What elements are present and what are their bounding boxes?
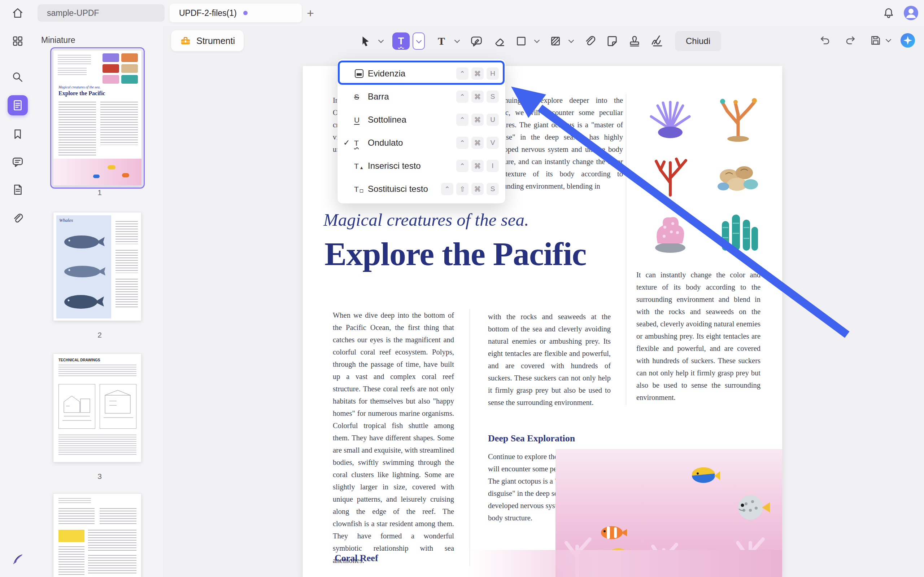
shortcut-keys: ⌃ ⌘ V (456, 137, 499, 149)
save-button[interactable] (867, 32, 884, 49)
replace-text-icon: T (354, 185, 368, 193)
comment-pencil-icon (470, 35, 483, 48)
tab-sample-updf[interactable]: sample-UPDF (37, 4, 165, 22)
mini-subtitle: Magical creatures of the sea. (58, 85, 100, 89)
markup-tool-dropdown-button[interactable] (412, 32, 425, 50)
stamp-tool-button[interactable] (626, 32, 643, 50)
page-number-2: 2 (36, 331, 164, 339)
rail-documents[interactable] (8, 180, 28, 200)
square-shape-icon (515, 35, 527, 47)
menu-item-sottolinea[interactable]: U Sottolinea ⌃ ⌘ U (338, 108, 505, 131)
red-branch-coral-image (639, 145, 701, 198)
panel-title: Miniature (41, 35, 76, 45)
tang-fish (688, 465, 721, 487)
quill-logo-icon (11, 553, 24, 566)
save-icon (869, 34, 882, 47)
menu-item-sostituisci-testo[interactable]: T Sostituisci testo ⌃ ⇧ ⌘ S (338, 177, 505, 200)
rail-thumbnails[interactable] (8, 95, 28, 115)
close-editing-button[interactable]: Chiudi (675, 31, 721, 51)
eraser-icon (492, 35, 505, 48)
thumbnail-page-3[interactable]: TECHNICAL DRAWINGS (53, 353, 142, 462)
undo-icon (819, 34, 831, 47)
paperclip-icon (583, 35, 596, 48)
undo-button[interactable] (816, 32, 834, 49)
shell-cluster-image (707, 145, 769, 198)
clownfish (598, 523, 628, 542)
squiggly-icon: T (354, 139, 368, 147)
keycap: S (486, 90, 499, 103)
stamp-icon (628, 35, 641, 48)
keycap: I (486, 160, 499, 172)
menu-item-ondulato[interactable]: ✓ T Ondulato ⌃ ⌘ V (338, 131, 505, 154)
eraser-tool-button[interactable] (490, 32, 507, 50)
doc-title: Explore the Pacific (325, 235, 586, 273)
shortcut-keys: ⌃ ⇧ ⌘ S (441, 183, 499, 195)
menu-item-label: Barra (368, 92, 456, 102)
close-button-label: Chiudi (686, 36, 710, 46)
signature-tool-button[interactable] (648, 32, 666, 50)
thumbnail-page-1[interactable]: Magical creatures of the sea. Explore th… (50, 47, 145, 189)
menu-item-inserisci-testo[interactable]: T▲ Inserisci testo ⌃ ⌘ I (338, 154, 505, 177)
anemone-image (639, 89, 701, 142)
new-tab-button[interactable]: + (307, 6, 314, 19)
hatch-square-icon (549, 35, 562, 47)
text-tool-dropdown[interactable] (454, 37, 460, 43)
menu-item-evidenzia[interactable]: Evidenzia ⌃ ⌘ H (338, 62, 505, 85)
tools-button[interactable]: Strumenti (171, 30, 244, 51)
apps-grid-icon (11, 35, 24, 47)
page-number-1: 1 (36, 188, 164, 197)
rail-search[interactable] (8, 67, 28, 87)
rail-apps[interactable] (8, 31, 28, 51)
doc-subtitle: Magical creatures of the sea. (323, 210, 529, 230)
notifications-button[interactable] (881, 5, 897, 21)
draw-tool-dropdown[interactable] (569, 37, 574, 43)
attachment-tool-button[interactable] (581, 32, 598, 50)
shortcut-keys: ⌃ ⌘ S (456, 90, 499, 103)
topbar: sample-UPDF UPDF-2-files(1) + (36, 0, 924, 26)
shortcut-keys: ⌃ ⌘ I (456, 160, 499, 172)
rail-bookmarks[interactable] (8, 124, 28, 144)
rail-home[interactable] (8, 3, 28, 23)
thumbnail-page-4[interactable] (53, 493, 142, 577)
comment-icon (11, 156, 24, 168)
pointer-icon (359, 35, 372, 47)
save-dropdown[interactable] (886, 36, 892, 42)
keycap: ⌘ (472, 183, 484, 195)
keycap: H (486, 68, 499, 80)
keycap: ⌘ (472, 114, 484, 126)
menu-item-label: Evidenzia (368, 69, 456, 79)
ai-assistant-button[interactable] (899, 32, 916, 49)
redo-button[interactable] (842, 32, 859, 49)
mid-column-top: with the rocks and seaweeds at the botto… (488, 311, 611, 409)
sticker-tool-button[interactable] (604, 32, 621, 50)
keycap: ⌃ (456, 137, 468, 149)
text-tool-button[interactable]: T (433, 32, 450, 50)
tab-updf-2-files[interactable]: UPDF-2-files(1) (170, 3, 302, 23)
underline-icon: U (354, 116, 368, 124)
updf-logo[interactable] (8, 549, 28, 569)
keycap: V (486, 137, 499, 149)
account-avatar[interactable] (903, 5, 919, 21)
squiggly-text-tool-button[interactable]: T (393, 32, 410, 50)
mini-title: Explore the Pacific (58, 90, 105, 97)
pointer-tool-dropdown[interactable] (378, 37, 384, 43)
rail-attachments[interactable] (8, 208, 28, 229)
draw-tool-button[interactable] (547, 32, 564, 50)
keycap: ⇧ (456, 183, 468, 195)
shape-tool-dropdown[interactable] (534, 37, 540, 43)
history-save-cluster (816, 32, 916, 49)
menu-item-barra[interactable]: S Barra ⌃ ⌘ S (338, 85, 505, 108)
keycap: ⌃ (456, 90, 468, 103)
tab-label: sample-UPDF (47, 8, 99, 18)
column-divider-left (470, 309, 470, 566)
thumbnail-page-2[interactable]: Whales (53, 212, 142, 321)
left-rail (0, 0, 36, 577)
shape-tool-button[interactable] (512, 32, 530, 50)
bookmark-icon (11, 128, 24, 140)
home-icon (11, 7, 24, 19)
tab-label: UPDF-2-files(1) (179, 8, 237, 18)
rail-comments[interactable] (8, 152, 28, 172)
pointer-tool-button[interactable] (357, 32, 374, 50)
column-divider-right (626, 94, 626, 405)
comment-tool-button[interactable] (468, 32, 485, 50)
